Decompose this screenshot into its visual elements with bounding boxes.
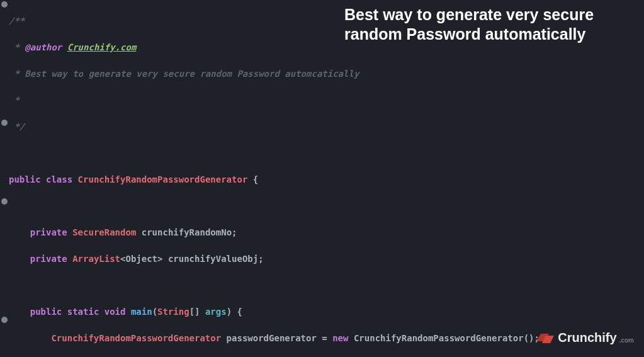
code-area[interactable]: /** * @author Crunchify.com * Best way t… xyxy=(9,0,644,357)
code-line xyxy=(9,279,644,292)
brand-suffix: .com xyxy=(619,336,634,345)
code-line: public class CrunchifyRandomPasswordGene… xyxy=(9,173,644,186)
code-line: private SecureRandom crunchifyRandomNo; xyxy=(9,226,644,239)
brand-mark-icon xyxy=(536,332,554,343)
code-line: public static void main(String[] args) { xyxy=(9,305,644,319)
gutter xyxy=(0,0,9,357)
code-line: * Best way to generate very secure rando… xyxy=(9,67,644,81)
fold-marker-doc[interactable] xyxy=(1,1,8,8)
code-line: * xyxy=(9,94,644,107)
code-editor: /** * @author Crunchify.com * Best way t… xyxy=(0,0,644,357)
brand-name: Crunchify xyxy=(558,328,616,347)
code-line xyxy=(9,147,644,160)
brand-logo: Crunchify .com xyxy=(536,328,634,347)
code-line xyxy=(9,200,644,213)
fold-marker-main[interactable] xyxy=(1,120,8,126)
overlay-title: Best way to generate very secure random … xyxy=(344,5,634,45)
code-line: private ArrayList<Object> crunchifyValue… xyxy=(9,252,644,266)
code-line: */ xyxy=(9,120,644,133)
fold-marker-ctor[interactable] xyxy=(1,317,8,323)
fold-marker-for-outer[interactable] xyxy=(1,198,8,205)
